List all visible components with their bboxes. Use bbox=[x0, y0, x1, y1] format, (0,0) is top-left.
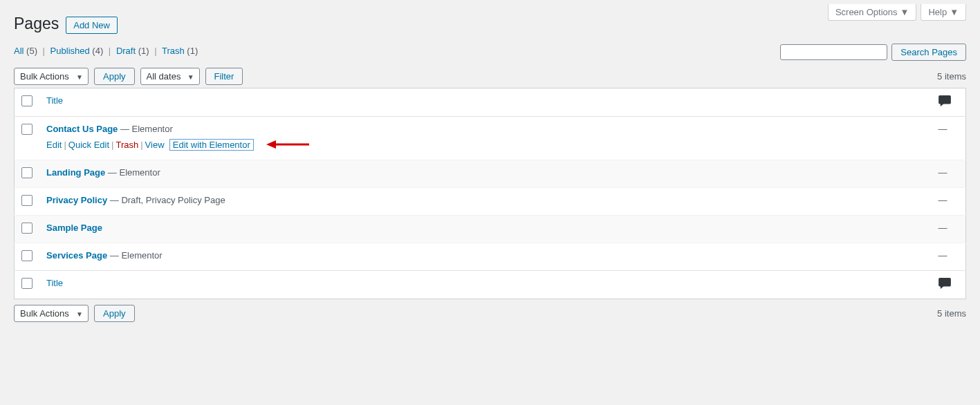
post-state: — Draft, Privacy Policy Page bbox=[107, 195, 225, 205]
bulk-actions-select-bottom[interactable]: Bulk Actions bbox=[14, 305, 89, 322]
select-all-checkbox[interactable] bbox=[21, 95, 33, 106]
apply-button[interactable]: Apply bbox=[94, 68, 135, 85]
post-state: — Elementor bbox=[118, 124, 172, 134]
edit-with-elementor-link[interactable]: Edit with Elementor bbox=[169, 139, 254, 151]
comments-dash: — bbox=[939, 223, 947, 233]
table-row: Privacy Policy — Draft, Privacy Policy P… bbox=[15, 188, 966, 216]
comments-dash: — bbox=[939, 250, 947, 261]
caret-down-icon: ▼ bbox=[900, 7, 909, 17]
view-trash-count: (1) bbox=[187, 46, 198, 56]
view-published-link[interactable]: Published bbox=[50, 46, 90, 56]
caret-down-icon: ▼ bbox=[950, 7, 959, 17]
comments-icon[interactable] bbox=[939, 97, 951, 109]
table-row: Services Page — Elementor— bbox=[15, 243, 966, 271]
post-state: — Elementor bbox=[107, 250, 162, 261]
table-row: Landing Page — Elementor— bbox=[15, 160, 966, 188]
filter-button[interactable]: Filter bbox=[205, 68, 243, 85]
views-filter: All (5) | Published (4) | Draft (1) | Tr… bbox=[14, 46, 198, 56]
post-state: — Elementor bbox=[105, 167, 160, 178]
help-label: Help bbox=[928, 7, 947, 17]
view-draft-link[interactable]: Draft bbox=[116, 46, 136, 56]
add-new-button[interactable]: Add New bbox=[66, 17, 118, 34]
page-title: Pages bbox=[14, 15, 59, 33]
screen-options-label: Screen Options bbox=[835, 7, 898, 17]
help-button[interactable]: Help ▼ bbox=[921, 4, 966, 21]
row-title-link[interactable]: Contact Us Page bbox=[46, 124, 118, 134]
row-title-link[interactable]: Landing Page bbox=[46, 167, 105, 178]
items-count-top: 5 items bbox=[937, 71, 966, 82]
trash-link[interactable]: Trash bbox=[115, 140, 138, 150]
annotation-arrow-icon bbox=[266, 138, 309, 153]
view-draft-count: (1) bbox=[138, 46, 149, 56]
row-title-link[interactable]: Privacy Policy bbox=[46, 195, 107, 205]
screen-options-button[interactable]: Screen Options ▼ bbox=[828, 4, 916, 21]
row-actions: Edit|Quick Edit|Trash|View Edit with Ele… bbox=[46, 138, 925, 153]
apply-button-bottom[interactable]: Apply bbox=[94, 305, 135, 322]
edit-link[interactable]: Edit bbox=[46, 140, 62, 150]
search-button[interactable]: Search Pages bbox=[891, 44, 966, 61]
date-filter-select[interactable]: All dates bbox=[140, 68, 200, 85]
comments-dash: — bbox=[939, 167, 947, 178]
row-checkbox[interactable] bbox=[21, 195, 33, 206]
row-checkbox[interactable] bbox=[21, 223, 33, 234]
comments-dash: — bbox=[939, 124, 947, 134]
bulk-actions-select[interactable]: Bulk Actions bbox=[14, 68, 89, 85]
svg-marker-1 bbox=[266, 140, 276, 149]
view-link[interactable]: View bbox=[145, 140, 165, 150]
comments-dash: — bbox=[939, 195, 947, 205]
items-count-bottom: 5 items bbox=[937, 308, 966, 319]
view-all-link[interactable]: All bbox=[14, 46, 24, 56]
quick-edit-link[interactable]: Quick Edit bbox=[68, 140, 109, 150]
view-published-count: (4) bbox=[92, 46, 103, 56]
comments-icon[interactable] bbox=[939, 279, 951, 291]
column-title-footer[interactable]: Title bbox=[39, 271, 932, 299]
row-checkbox[interactable] bbox=[21, 167, 33, 178]
row-checkbox[interactable] bbox=[21, 250, 33, 261]
view-all-count: (5) bbox=[26, 46, 37, 56]
table-row: Contact Us Page — ElementorEdit|Quick Ed… bbox=[15, 117, 966, 160]
pages-table: Title Contact Us Page — ElementorEdit|Qu… bbox=[14, 88, 966, 299]
column-title[interactable]: Title bbox=[39, 88, 932, 117]
search-input[interactable] bbox=[780, 44, 887, 60]
view-trash-link[interactable]: Trash bbox=[162, 46, 185, 56]
table-row: Sample Page— bbox=[15, 216, 966, 243]
row-title-link[interactable]: Services Page bbox=[46, 250, 107, 261]
row-title-link[interactable]: Sample Page bbox=[46, 223, 102, 233]
select-all-checkbox-bottom[interactable] bbox=[21, 278, 33, 289]
row-checkbox[interactable] bbox=[21, 124, 33, 135]
